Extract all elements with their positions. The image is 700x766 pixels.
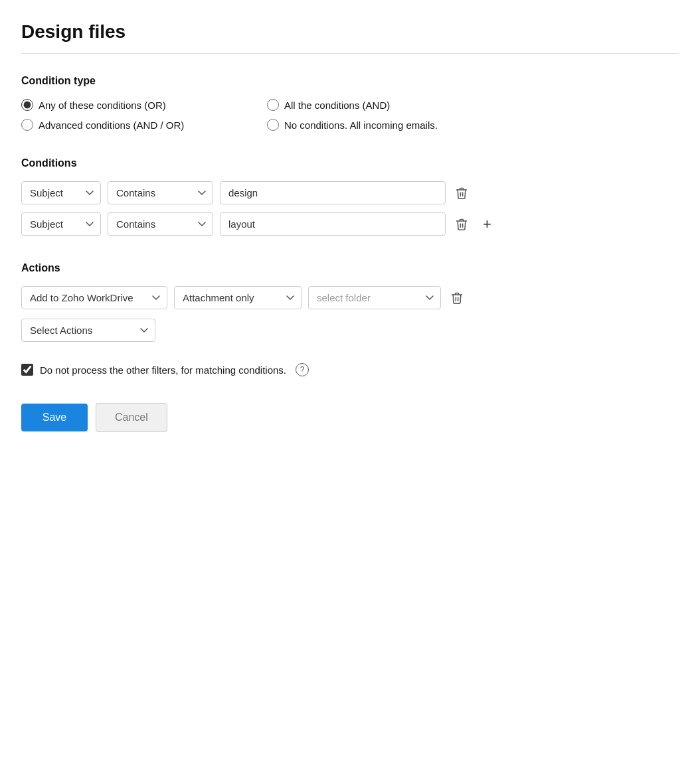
contains-select-2[interactable]: Contains Does not contain Is Starts with xyxy=(108,212,213,236)
no-process-checkbox[interactable] xyxy=(21,364,33,376)
delete-condition-1-button[interactable] xyxy=(452,183,471,203)
delete-condition-2-button[interactable] xyxy=(452,214,471,234)
condition-type-label: Condition type xyxy=(21,75,679,87)
button-row: Save Cancel xyxy=(21,403,679,432)
trash-icon-action-1 xyxy=(450,291,464,305)
subject-select-2[interactable]: Subject From To Body xyxy=(21,212,101,236)
attachment-select[interactable]: Attachment only Email and attachment Ema… xyxy=(174,286,302,309)
select-actions-dropdown[interactable]: Select Actions Add to Zoho WorkDrive Mar… xyxy=(21,319,155,342)
trash-icon-2 xyxy=(455,217,468,232)
save-button[interactable]: Save xyxy=(21,404,88,431)
radio-or-input[interactable] xyxy=(21,99,33,111)
radio-and-label: All the conditions (AND) xyxy=(284,100,390,111)
help-icon[interactable]: ? xyxy=(296,363,309,376)
add-condition-button[interactable]: + xyxy=(478,214,497,234)
action-row-1: Add to Zoho WorkDrive Move to folder For… xyxy=(21,286,679,309)
condition-type-options: Any of these conditions (OR) All the con… xyxy=(21,99,486,131)
radio-advanced[interactable]: Advanced conditions (AND / OR) xyxy=(21,119,240,131)
no-process-checkbox-row: Do not process the other filters, for ma… xyxy=(21,363,679,376)
select-actions-row: Select Actions Add to Zoho WorkDrive Mar… xyxy=(21,319,679,342)
radio-none-label: No conditions. All incoming emails. xyxy=(284,119,438,131)
contains-select-1[interactable]: Contains Does not contain Is Starts with xyxy=(108,181,213,204)
radio-advanced-input[interactable] xyxy=(21,119,33,131)
condition-row-1: Subject From To Body Contains Does not c… xyxy=(21,181,679,204)
condition-type-section: Condition type Any of these conditions (… xyxy=(21,75,679,131)
folder-select[interactable]: select folder Inbox Documents xyxy=(308,286,441,309)
radio-or-label: Any of these conditions (OR) xyxy=(39,100,166,111)
trash-icon-1 xyxy=(455,186,468,200)
conditions-label: Conditions xyxy=(21,157,679,169)
page-title: Design files xyxy=(21,21,679,42)
no-process-label[interactable]: Do not process the other filters, for ma… xyxy=(40,364,286,376)
radio-none[interactable]: No conditions. All incoming emails. xyxy=(267,119,486,131)
workdrive-select[interactable]: Add to Zoho WorkDrive Move to folder For… xyxy=(21,286,167,309)
radio-none-input[interactable] xyxy=(267,119,279,131)
radio-and[interactable]: All the conditions (AND) xyxy=(267,99,486,111)
title-divider xyxy=(21,53,679,54)
delete-action-1-button[interactable] xyxy=(448,288,466,308)
conditions-section: Conditions Subject From To Body Contains… xyxy=(21,157,679,236)
radio-and-input[interactable] xyxy=(267,99,279,111)
cancel-button[interactable]: Cancel xyxy=(96,403,167,432)
radio-advanced-label: Advanced conditions (AND / OR) xyxy=(39,119,184,131)
radio-or[interactable]: Any of these conditions (OR) xyxy=(21,99,240,111)
condition-row-2: Subject From To Body Contains Does not c… xyxy=(21,212,679,236)
actions-label: Actions xyxy=(21,262,679,274)
subject-select-1[interactable]: Subject From To Body xyxy=(21,181,101,204)
actions-section: Actions Add to Zoho WorkDrive Move to fo… xyxy=(21,262,679,342)
condition-text-1[interactable] xyxy=(220,181,446,204)
condition-text-2[interactable] xyxy=(220,212,446,236)
